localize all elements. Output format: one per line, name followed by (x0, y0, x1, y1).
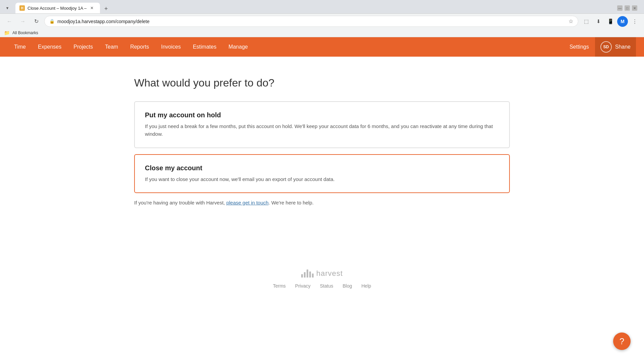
nav-invoices[interactable]: Invoices (155, 37, 187, 57)
close-account-card[interactable]: Close my account If you want to close yo… (134, 154, 510, 193)
nav-manage[interactable]: Manage (222, 37, 254, 57)
reload-btn[interactable]: ↻ (31, 16, 42, 27)
browser-top-bar: ▼ H Close Account – Moodjoy 1A – ✕ + — □… (0, 0, 644, 13)
page-content: Time Expenses Projects Team Reports Invo… (0, 37, 644, 359)
browser-chrome: ▼ H Close Account – Moodjoy 1A – ✕ + — □… (0, 0, 644, 37)
tab-title: Close Account – Moodjoy 1A – (28, 6, 87, 11)
footer-logo: harvest (301, 269, 343, 278)
footer-links: Terms Privacy Status Blog Help (273, 283, 371, 289)
tab-bar: H Close Account – Moodjoy 1A – ✕ + (15, 3, 111, 13)
forward-btn[interactable]: → (17, 16, 28, 27)
hold-account-title: Put my account on hold (145, 111, 499, 119)
nav-username: Shane (615, 44, 631, 50)
hold-account-desc: If you just need a break for a few month… (145, 122, 499, 138)
maximize-btn[interactable]: □ (625, 5, 630, 11)
extensions-btn[interactable]: ⬚ (581, 16, 592, 27)
avatar: SD (600, 41, 612, 53)
nav-reports[interactable]: Reports (124, 37, 155, 57)
device-sync-btn[interactable]: 📱 (605, 16, 616, 27)
logo-bar-3 (307, 269, 308, 278)
nav-settings[interactable]: Settings (564, 37, 595, 57)
download-btn[interactable]: ⬇ (593, 16, 604, 27)
minimize-btn[interactable]: — (617, 5, 623, 11)
close-account-title: Close my account (145, 164, 499, 172)
bookmarks-folder-icon: 📁 (4, 30, 10, 36)
footer-privacy[interactable]: Privacy (295, 283, 311, 289)
tab-favicon: H (19, 5, 25, 11)
help-text-before: If you're having any trouble with Harves… (134, 200, 225, 205)
logo-bar-5 (312, 274, 314, 278)
hold-account-card[interactable]: Put my account on hold If you just need … (134, 101, 510, 148)
nav-right: Settings SD Shane (564, 37, 636, 57)
address-bar[interactable] (57, 19, 566, 24)
footer-logo-bars (301, 269, 314, 278)
footer-terms[interactable]: Terms (273, 283, 286, 289)
logo-bar-1 (301, 274, 303, 278)
help-fab-btn[interactable]: ? (613, 333, 631, 350)
help-text: If you're having any trouble with Harves… (134, 200, 510, 205)
nav-user[interactable]: SD Shane (595, 37, 636, 57)
bookmark-star-icon[interactable]: ☆ (569, 18, 573, 24)
help-text-after: . We're here to help. (269, 200, 314, 205)
new-tab-btn[interactable]: + (101, 4, 111, 13)
back-btn[interactable]: ← (4, 16, 15, 27)
nav-estimates[interactable]: Estimates (187, 37, 222, 57)
close-account-desc: If you want to close your account now, w… (145, 175, 499, 183)
footer-help[interactable]: Help (361, 283, 371, 289)
get-in-touch-link[interactable]: please get in touch (226, 200, 269, 205)
page-heading: What would you prefer to do? (134, 77, 510, 89)
footer-blog[interactable]: Blog (342, 283, 352, 289)
footer-logo-text: harvest (316, 269, 343, 278)
footer-status[interactable]: Status (320, 283, 333, 289)
page-footer: harvest Terms Privacy Status Blog Help (134, 259, 510, 302)
window-controls: — □ ✕ (617, 5, 637, 11)
logo-bar-4 (309, 272, 311, 278)
nav-team[interactable]: Team (99, 37, 124, 57)
main-body: What would you prefer to do? Put my acco… (121, 57, 523, 329)
active-tab[interactable]: H Close Account – Moodjoy 1A – ✕ (15, 3, 100, 13)
nav-links: Time Expenses Projects Team Reports Invo… (8, 37, 564, 57)
bookmarks-bar: 📁 All Bookmarks (0, 29, 644, 37)
profile-btn[interactable]: M (617, 16, 628, 27)
toolbar-icons: ⬚ ⬇ 📱 M ⋮ (581, 16, 640, 27)
nav-expenses[interactable]: Expenses (32, 37, 67, 57)
close-btn[interactable]: ✕ (632, 5, 637, 11)
tab-close-btn[interactable]: ✕ (89, 5, 95, 11)
address-bar-wrap: 🔒 ☆ (44, 16, 578, 27)
nav-projects[interactable]: Projects (67, 37, 99, 57)
more-btn[interactable]: ⋮ (629, 16, 640, 27)
main-nav: Time Expenses Projects Team Reports Invo… (0, 37, 644, 57)
nav-time[interactable]: Time (8, 37, 32, 57)
lock-icon: 🔒 (49, 19, 55, 24)
logo-bar-2 (304, 272, 306, 278)
browser-toolbar: ← → ↻ 🔒 ☆ ⬚ ⬇ 📱 M ⋮ (0, 13, 644, 29)
bookmarks-label[interactable]: All Bookmarks (12, 31, 38, 35)
tab-dropdown-btn[interactable]: ▼ (4, 5, 11, 11)
